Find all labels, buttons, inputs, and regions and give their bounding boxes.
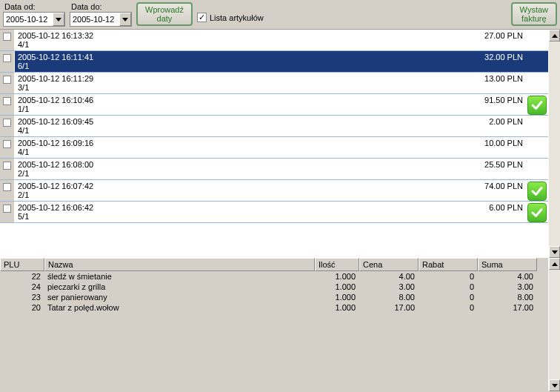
header-rabat[interactable]: Rabat — [419, 258, 478, 271]
row-price: 2.00 PLN — [489, 117, 545, 126]
cell-plu: 23 — [0, 292, 44, 302]
row-checkbox[interactable] — [0, 73, 15, 93]
receipt-row[interactable]: 2005-10-12 16:06:426.00 PLN5/1 — [0, 202, 548, 223]
cell-sum: 17.00 — [478, 302, 537, 313]
scroll-track[interactable] — [549, 270, 560, 379]
grid-row[interactable]: 22śledź w śmietanie1.0004.0004.00 — [0, 271, 548, 282]
grid-scrollbar[interactable] — [548, 258, 560, 391]
receipt-row[interactable]: 2005-10-12 16:11:4132.00 PLN6/1 — [0, 51, 548, 73]
row-checkbox[interactable] — [0, 159, 15, 179]
row-sub: 2/1 — [18, 190, 545, 199]
toolbar: Data od: 2005-10-12 Data do: 2005-10-12 … — [0, 0, 560, 30]
chevron-down-icon[interactable] — [53, 13, 64, 26]
cell-name: śledź w śmietanie — [44, 271, 315, 282]
row-sub: 4/1 — [18, 126, 545, 135]
cell-price: 8.00 — [359, 292, 419, 302]
grid-row[interactable]: 24pieczarki z grilla1.0003.0003.00 — [0, 282, 548, 292]
row-price: 10.00 PLN — [484, 139, 545, 147]
row-content[interactable]: 2005-10-12 16:11:2913.00 PLN3/1 — [15, 73, 548, 93]
row-date: 2005-10-12 16:07:42 — [18, 182, 484, 190]
article-list-checkbox-wrap[interactable]: ✓ Lista artykułów — [197, 13, 264, 22]
row-checkbox[interactable] — [0, 51, 15, 72]
article-list-label: Lista artykułów — [210, 13, 264, 22]
cell-rabat: 0 — [419, 292, 478, 302]
cell-sum: 4.00 — [478, 271, 537, 282]
cell-price: 17.00 — [359, 302, 419, 313]
row-price: 27.00 PLN — [484, 31, 545, 40]
scroll-up-icon[interactable] — [549, 258, 560, 270]
row-content[interactable]: 2005-10-12 16:07:4274.00 PLN2/1 — [15, 180, 548, 201]
row-date: 2005-10-12 16:10:46 — [18, 96, 484, 104]
grid-row[interactable]: 23ser panierowany1.0008.0008.00 — [0, 292, 548, 302]
row-sub: 6/1 — [18, 62, 545, 70]
row-content[interactable]: 2005-10-12 16:08:0025.50 PLN2/1 — [15, 159, 548, 179]
cell-name: Tatar z polęd.wołow — [44, 302, 315, 313]
check-ok-icon — [527, 203, 547, 222]
row-checkbox[interactable] — [0, 202, 15, 222]
enter-dates-button[interactable]: Wprowadźdaty — [136, 2, 193, 26]
row-date: 2005-10-12 16:13:32 — [18, 31, 484, 40]
checkbox-icon[interactable]: ✓ — [197, 13, 207, 22]
header-qty[interactable]: Ilość — [315, 258, 359, 271]
row-date: 2005-10-12 16:11:41 — [18, 53, 484, 62]
date-from-group: Data od: 2005-10-12 — [3, 2, 65, 27]
receipt-row[interactable]: 2005-10-12 16:11:2913.00 PLN3/1 — [0, 73, 548, 94]
row-sub: 1/1 — [18, 104, 545, 113]
row-price: 32.00 PLN — [484, 53, 545, 62]
row-content[interactable]: 2005-10-12 16:06:426.00 PLN5/1 — [15, 202, 548, 222]
row-sub: 5/1 — [18, 212, 545, 221]
row-checkbox[interactable] — [0, 137, 15, 158]
row-date: 2005-10-12 16:09:45 — [18, 117, 489, 126]
row-sub: 2/1 — [18, 169, 545, 178]
scroll-up-icon[interactable] — [549, 30, 560, 41]
date-to-group: Data do: 2005-10-12 — [70, 2, 132, 27]
cell-plu: 20 — [0, 302, 44, 313]
scroll-down-icon[interactable] — [549, 246, 560, 258]
row-checkbox[interactable] — [0, 116, 15, 136]
row-content[interactable]: 2005-10-12 16:09:452.00 PLN4/1 — [15, 116, 548, 136]
row-checkbox[interactable] — [0, 180, 15, 201]
check-ok-icon — [527, 182, 547, 201]
row-content[interactable]: 2005-10-12 16:11:4132.00 PLN6/1 — [15, 51, 548, 72]
header-price[interactable]: Cena — [359, 258, 419, 271]
row-content[interactable]: 2005-10-12 16:10:4691.50 PLN1/1 — [15, 94, 548, 115]
receipt-row[interactable]: 2005-10-12 16:08:0025.50 PLN2/1 — [0, 159, 548, 180]
receipt-row[interactable]: 2005-10-12 16:13:3227.00 PLN4/1 — [0, 30, 548, 51]
row-content[interactable]: 2005-10-12 16:09:1610.00 PLN4/1 — [15, 137, 548, 158]
scroll-track[interactable] — [549, 41, 560, 246]
receipt-row[interactable]: 2005-10-12 16:07:4274.00 PLN2/1 — [0, 180, 548, 202]
cell-sum: 8.00 — [478, 292, 537, 302]
invoice-button[interactable]: Wystawfakturę — [511, 2, 557, 26]
cell-price: 3.00 — [359, 282, 419, 292]
date-to-select[interactable]: 2005-10-12 — [70, 12, 132, 27]
cell-plu: 24 — [0, 282, 44, 292]
date-to-value: 2005-10-12 — [70, 13, 119, 25]
cell-rabat: 0 — [419, 302, 478, 313]
date-from-value: 2005-10-12 — [4, 13, 53, 25]
cell-qty: 1.000 — [315, 292, 359, 302]
cell-qty: 1.000 — [315, 271, 359, 282]
chevron-down-icon[interactable] — [119, 13, 131, 26]
receipt-row[interactable]: 2005-10-12 16:09:452.00 PLN4/1 — [0, 116, 548, 137]
row-price: 25.50 PLN — [484, 160, 545, 169]
date-from-select[interactable]: 2005-10-12 — [3, 12, 65, 27]
row-sub: 4/1 — [18, 40, 545, 49]
list-scrollbar[interactable] — [548, 30, 560, 258]
cell-rabat: 0 — [419, 271, 478, 282]
row-content[interactable]: 2005-10-12 16:13:3227.00 PLN4/1 — [15, 30, 548, 50]
row-sub: 3/1 — [18, 83, 545, 92]
receipt-list-pane: 2005-10-12 16:13:3227.00 PLN4/12005-10-1… — [0, 30, 560, 258]
row-checkbox[interactable] — [0, 94, 15, 115]
scroll-down-icon[interactable] — [549, 379, 560, 391]
receipt-row[interactable]: 2005-10-12 16:09:1610.00 PLN4/1 — [0, 137, 548, 159]
header-plu[interactable]: PLU — [0, 258, 44, 271]
cell-sum: 3.00 — [478, 282, 537, 292]
receipt-list[interactable]: 2005-10-12 16:13:3227.00 PLN4/12005-10-1… — [0, 30, 548, 258]
grid-row[interactable]: 20Tatar z polęd.wołow1.00017.00017.00 — [0, 302, 548, 313]
grid-body: 22śledź w śmietanie1.0004.0004.0024piecz… — [0, 271, 548, 313]
date-to-label: Data do: — [70, 2, 132, 11]
header-sum[interactable]: Suma — [478, 258, 537, 271]
receipt-row[interactable]: 2005-10-12 16:10:4691.50 PLN1/1 — [0, 94, 548, 116]
header-name[interactable]: Nazwa — [44, 258, 315, 271]
row-checkbox[interactable] — [0, 30, 15, 50]
